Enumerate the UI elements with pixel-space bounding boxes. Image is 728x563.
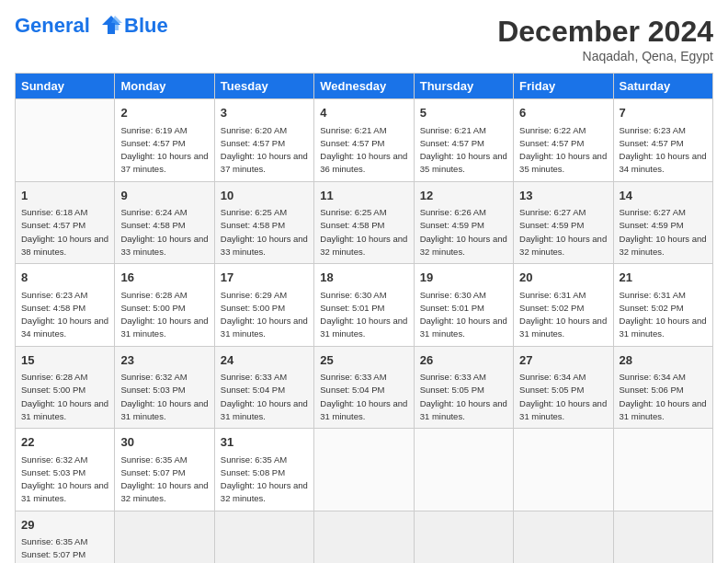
month-title: December 2024 <box>497 15 713 49</box>
page-container: General Blue December 2024 Naqadah, Qena… <box>0 0 728 563</box>
empty-cell <box>314 429 414 511</box>
day-info-26: Sunrise: 6:33 AMSunset: 5:05 PMDaylight:… <box>420 371 507 423</box>
day-info-29: Sunrise: 6:35 AMSunset: 5:07 PMDaylight:… <box>21 535 108 563</box>
day-cell-21: 21Sunrise: 6:31 AMSunset: 5:02 PMDayligh… <box>613 264 712 347</box>
day-info-28: Sunrise: 6:34 AMSunset: 5:06 PMDaylight:… <box>620 371 707 423</box>
day-cell-18: 18Sunrise: 6:30 AMSunset: 5:01 PMDayligh… <box>314 264 414 347</box>
day-cell-7: 7Sunrise: 6:23 AMSunset: 4:57 PMDaylight… <box>613 99 712 182</box>
day-cell-9: 9Sunrise: 6:24 AMSunset: 4:58 PMDaylight… <box>115 181 214 264</box>
calendar-week-5: 22Sunrise: 6:32 AMSunset: 5:03 PMDayligh… <box>16 429 713 511</box>
day-number-17: 17 <box>221 269 308 287</box>
weekday-saturday: Saturday <box>613 74 712 99</box>
day-number-8: 8 <box>21 269 108 287</box>
day-info-12: Sunrise: 6:26 AMSunset: 4:59 PMDaylight:… <box>420 206 507 259</box>
day-info-1: Sunrise: 6:18 AMSunset: 4:57 PMDaylight:… <box>21 206 108 259</box>
day-number-15: 15 <box>21 351 108 370</box>
day-info-19: Sunrise: 6:30 AMSunset: 5:01 PMDaylight:… <box>420 289 507 341</box>
day-number-4: 4 <box>320 104 407 122</box>
day-cell-26: 26Sunrise: 6:33 AMSunset: 5:05 PMDayligh… <box>414 346 513 429</box>
day-cell-13: 13Sunrise: 6:27 AMSunset: 4:59 PMDayligh… <box>514 181 613 264</box>
day-cell-10: 10Sunrise: 6:25 AMSunset: 4:58 PMDayligh… <box>214 181 313 264</box>
day-info-24: Sunrise: 6:33 AMSunset: 5:04 PMDaylight:… <box>221 371 308 423</box>
day-info-27: Sunrise: 6:34 AMSunset: 5:05 PMDaylight:… <box>519 371 607 423</box>
calendar-week-2: 1Sunrise: 6:18 AMSunset: 4:57 PMDaylight… <box>16 181 713 264</box>
day-info-16: Sunrise: 6:28 AMSunset: 5:00 PMDaylight:… <box>120 289 208 341</box>
day-info-25: Sunrise: 6:33 AMSunset: 5:04 PMDaylight:… <box>320 371 407 423</box>
day-info-13: Sunrise: 6:27 AMSunset: 4:59 PMDaylight:… <box>519 206 607 259</box>
day-number-9: 9 <box>120 187 208 205</box>
day-cell-22: 22Sunrise: 6:32 AMSunset: 5:03 PMDayligh… <box>16 429 115 511</box>
day-cell-3: 3Sunrise: 6:20 AMSunset: 4:57 PMDaylight… <box>214 99 313 182</box>
empty-cell <box>115 511 214 563</box>
day-info-7: Sunrise: 6:23 AMSunset: 4:57 PMDaylight:… <box>620 124 707 177</box>
empty-cell <box>16 99 115 182</box>
day-info-8: Sunrise: 6:23 AMSunset: 4:58 PMDaylight:… <box>21 289 108 341</box>
empty-cell <box>613 511 712 563</box>
day-cell-11: 11Sunrise: 6:25 AMSunset: 4:58 PMDayligh… <box>314 181 414 264</box>
day-info-2: Sunrise: 6:19 AMSunset: 4:57 PMDaylight:… <box>120 124 208 177</box>
day-number-22: 22 <box>21 433 108 452</box>
title-block: December 2024 Naqadah, Qena, Egypt <box>497 15 713 63</box>
day-info-15: Sunrise: 6:28 AMSunset: 5:00 PMDaylight:… <box>21 371 108 423</box>
weekday-thursday: Thursday <box>414 74 513 99</box>
empty-cell <box>514 511 613 563</box>
day-number-1: 1 <box>21 187 108 205</box>
weekday-wednesday: Wednesday <box>314 74 414 99</box>
day-info-6: Sunrise: 6:22 AMSunset: 4:57 PMDaylight:… <box>519 124 607 177</box>
day-cell-30: 30Sunrise: 6:35 AMSunset: 5:07 PMDayligh… <box>115 429 214 511</box>
day-number-10: 10 <box>221 187 308 205</box>
day-number-19: 19 <box>420 269 507 287</box>
empty-cell <box>613 429 712 511</box>
day-number-5: 5 <box>420 104 507 122</box>
weekday-monday: Monday <box>115 74 214 99</box>
day-number-13: 13 <box>519 187 607 205</box>
day-info-23: Sunrise: 6:32 AMSunset: 5:03 PMDaylight:… <box>120 371 208 423</box>
day-info-17: Sunrise: 6:29 AMSunset: 5:00 PMDaylight:… <box>221 289 308 341</box>
day-info-22: Sunrise: 6:32 AMSunset: 5:03 PMDaylight:… <box>21 454 108 506</box>
day-info-10: Sunrise: 6:25 AMSunset: 4:58 PMDaylight:… <box>221 206 308 259</box>
day-cell-5: 5Sunrise: 6:21 AMSunset: 4:57 PMDaylight… <box>414 99 513 182</box>
day-cell-2: 2Sunrise: 6:19 AMSunset: 4:57 PMDaylight… <box>115 99 214 182</box>
empty-cell <box>314 511 414 563</box>
day-info-31: Sunrise: 6:35 AMSunset: 5:08 PMDaylight:… <box>221 454 308 506</box>
day-cell-19: 19Sunrise: 6:30 AMSunset: 5:01 PMDayligh… <box>414 264 513 347</box>
day-number-24: 24 <box>221 351 308 370</box>
calendar-table: SundayMondayTuesdayWednesdayThursdayFrid… <box>15 73 713 563</box>
day-number-28: 28 <box>620 351 707 370</box>
day-cell-20: 20Sunrise: 6:31 AMSunset: 5:02 PMDayligh… <box>514 264 613 347</box>
weekday-friday: Friday <box>514 74 613 99</box>
weekday-tuesday: Tuesday <box>214 74 313 99</box>
day-cell-6: 6Sunrise: 6:22 AMSunset: 4:57 PMDaylight… <box>514 99 613 182</box>
calendar-week-4: 15Sunrise: 6:28 AMSunset: 5:00 PMDayligh… <box>16 346 713 429</box>
day-number-11: 11 <box>320 187 407 205</box>
day-cell-29: 29Sunrise: 6:35 AMSunset: 5:07 PMDayligh… <box>16 511 115 563</box>
day-number-30: 30 <box>120 433 208 452</box>
day-cell-16: 16Sunrise: 6:28 AMSunset: 5:00 PMDayligh… <box>115 264 214 347</box>
day-cell-25: 25Sunrise: 6:33 AMSunset: 5:04 PMDayligh… <box>314 346 414 429</box>
day-cell-12: 12Sunrise: 6:26 AMSunset: 4:59 PMDayligh… <box>414 181 513 264</box>
day-number-12: 12 <box>420 187 507 205</box>
day-cell-17: 17Sunrise: 6:29 AMSunset: 5:00 PMDayligh… <box>214 264 313 347</box>
day-info-21: Sunrise: 6:31 AMSunset: 5:02 PMDaylight:… <box>620 289 707 341</box>
day-info-11: Sunrise: 6:25 AMSunset: 4:58 PMDaylight:… <box>320 206 407 259</box>
day-number-26: 26 <box>420 351 507 370</box>
day-info-20: Sunrise: 6:31 AMSunset: 5:02 PMDaylight:… <box>519 289 607 341</box>
weekday-sunday: Sunday <box>16 74 115 99</box>
day-number-6: 6 <box>519 104 607 122</box>
empty-cell <box>214 511 313 563</box>
day-cell-24: 24Sunrise: 6:33 AMSunset: 5:04 PMDayligh… <box>214 346 313 429</box>
day-info-5: Sunrise: 6:21 AMSunset: 4:57 PMDaylight:… <box>420 124 507 177</box>
day-number-25: 25 <box>320 351 407 370</box>
day-cell-31: 31Sunrise: 6:35 AMSunset: 5:08 PMDayligh… <box>214 429 313 511</box>
day-number-29: 29 <box>21 516 108 534</box>
day-cell-27: 27Sunrise: 6:34 AMSunset: 5:05 PMDayligh… <box>514 346 613 429</box>
day-number-21: 21 <box>620 269 707 287</box>
calendar-week-6: 29Sunrise: 6:35 AMSunset: 5:07 PMDayligh… <box>16 511 713 563</box>
calendar-week-3: 8Sunrise: 6:23 AMSunset: 4:58 PMDaylight… <box>16 264 713 347</box>
day-number-18: 18 <box>320 269 407 287</box>
day-cell-28: 28Sunrise: 6:34 AMSunset: 5:06 PMDayligh… <box>613 346 712 429</box>
day-number-23: 23 <box>120 351 208 370</box>
day-number-27: 27 <box>519 351 607 370</box>
calendar-week-1: 2Sunrise: 6:19 AMSunset: 4:57 PMDaylight… <box>16 99 713 182</box>
day-number-7: 7 <box>620 104 707 122</box>
